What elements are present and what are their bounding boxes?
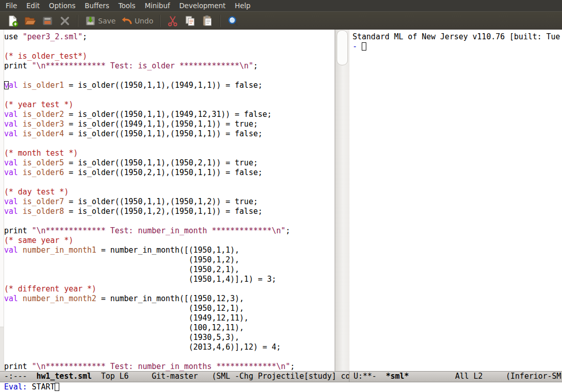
- save-buffer-button[interactable]: [39, 14, 56, 28]
- buffer-name: *sml*: [386, 372, 409, 381]
- code-line: [4, 216, 335, 226]
- code-line: val is_older3 = is_older((1949,1,1),(195…: [4, 119, 335, 129]
- menu-item-edit[interactable]: Edit: [22, 1, 44, 11]
- toolbar-separator: [77, 15, 78, 27]
- code-line: val is_older5 = is_older((1950,1,1),(195…: [4, 158, 335, 168]
- cut-icon: [167, 15, 179, 27]
- editor-scrollbar-thumb[interactable]: [337, 30, 348, 65]
- minibuffer-cursor: [55, 382, 59, 391]
- code-line: val is_older2 = is_older((1950,1,1),(194…: [4, 110, 335, 119]
- menu-item-minibuf[interactable]: Minibuf: [140, 1, 175, 11]
- code-line: (* month test *): [4, 149, 335, 158]
- code-line: (1930,5,3),: [4, 333, 335, 342]
- code-line: (* same year *): [4, 236, 335, 246]
- source-editor-pane[interactable]: use "peer3_2.sml";(* is_older_test*)prin…: [4, 30, 335, 371]
- paste-icon: [201, 15, 214, 27]
- close-icon: [59, 15, 71, 27]
- save-as-button[interactable]: Save: [82, 14, 118, 28]
- code-line: (* year test *): [4, 100, 335, 110]
- code-line: -: [353, 42, 562, 52]
- editor-left-scrollbar-thumb[interactable]: [0, 30, 4, 327]
- toolbar-separator: [220, 15, 221, 27]
- tool-bar: Save Undo: [0, 11, 562, 30]
- code-line: val is_older1 = is_older((1950,1,1),(194…: [4, 81, 335, 90]
- copy-icon: [184, 15, 196, 27]
- code-line: (* different year *): [4, 284, 335, 294]
- save-as-icon: [84, 15, 97, 27]
- menu-item-tools[interactable]: Tools: [114, 1, 140, 11]
- open-folder-icon: [24, 15, 36, 27]
- code-line: val is_older7 = is_older((1950,1,1),(195…: [4, 197, 335, 207]
- close-buffer-button[interactable]: [56, 14, 74, 28]
- code-line: [4, 90, 335, 100]
- code-line: (1950,1,4)],1) = 3;: [4, 275, 335, 284]
- menu-item-options[interactable]: Options: [44, 1, 80, 11]
- menu-item-development[interactable]: Development: [175, 1, 230, 11]
- code-line: (100,12,11),: [4, 323, 335, 333]
- code-line: Standard ML of New Jersey v110.76 [built…: [353, 32, 562, 42]
- repl-window: Standard ML of New Jersey v110.76 [built…: [349, 30, 562, 382]
- cut-button[interactable]: [164, 14, 181, 28]
- code-line: (* day test *): [4, 187, 335, 197]
- new-file-button[interactable]: [4, 14, 21, 28]
- code-line: print "\n************* Test: number_in_m…: [4, 362, 335, 371]
- code-line: print "\n************* Test: number_in_m…: [4, 226, 335, 236]
- search-button[interactable]: [224, 14, 242, 28]
- editor-window: use "peer3_2.sml";(* is_older_test*)prin…: [0, 30, 349, 382]
- minibuffer-input: START: [32, 382, 55, 391]
- code-line: use "peer3_2.sml";: [4, 32, 335, 42]
- menu-item-file[interactable]: File: [1, 1, 22, 11]
- code-line: print "\n************* Test: is_older **…: [4, 61, 335, 71]
- editor-left-scrollbar[interactable]: [0, 30, 4, 371]
- code-line: [4, 139, 335, 149]
- menu-item-help[interactable]: Help: [230, 1, 255, 11]
- code-line: [4, 178, 335, 187]
- open-file-button[interactable]: [21, 14, 39, 28]
- code-line: (* is_older_test*): [4, 52, 335, 61]
- editor-modeline: -:--- hw1_test.sml Top L6 Git-master (SM…: [0, 371, 349, 382]
- toolbar-separator: [159, 15, 160, 27]
- save-file-icon: [41, 15, 54, 27]
- undo-button-label: Undo: [134, 17, 153, 25]
- menu-bar: FileEditOptionsBuffersToolsMinibufDevelo…: [0, 0, 562, 11]
- modeline-flags: -:---: [4, 372, 36, 381]
- search-icon: [227, 15, 239, 27]
- frame-body: use "peer3_2.sml";(* is_older_test*)prin…: [0, 30, 562, 382]
- code-line: val is_older4 = is_older((1950,1,1),(195…: [4, 129, 335, 139]
- code-line: [4, 71, 335, 81]
- repl-pane[interactable]: Standard ML of New Jersey v110.76 [built…: [353, 30, 562, 371]
- code-line: (1950,1,2),: [4, 255, 335, 265]
- code-line: val is_older6 = is_older((1950,2,1),(195…: [4, 168, 335, 178]
- copy-button[interactable]: [181, 14, 199, 28]
- modeline-info: All L2 (Inferior-SML: [409, 372, 562, 381]
- modeline-flags: U:**-: [354, 372, 386, 381]
- code-line: val number_in_month1 = number_in_month([…: [4, 246, 335, 255]
- minibuffer-prompt: Eval:: [4, 382, 32, 391]
- save-button-label: Save: [98, 17, 115, 25]
- undo-button[interactable]: Undo: [118, 14, 156, 28]
- modeline-info: Top L6 Git-master (SML -Chg Projectile[s…: [92, 372, 349, 381]
- code-line: (1950,12,1),: [4, 304, 335, 313]
- minibuffer[interactable]: Eval: START: [0, 382, 562, 392]
- buffer-name: hw1_test.sml: [36, 372, 91, 381]
- code-line: val number_in_month2 = number_in_month([…: [4, 294, 335, 304]
- undo-icon: [121, 15, 133, 27]
- code-line: [4, 352, 335, 362]
- code-line: val is_older8 = is_older((1950,1,2),(195…: [4, 207, 335, 216]
- paste-button[interactable]: [199, 14, 216, 28]
- new-file-icon: [7, 15, 19, 27]
- code-line: [4, 42, 335, 52]
- repl-modeline: U:**- *sml* All L2 (Inferior-SML: [349, 371, 562, 382]
- code-line: (1950,2,1),: [4, 265, 335, 275]
- menu-item-buffers[interactable]: Buffers: [80, 1, 114, 11]
- code-line: (1949,12,11),: [4, 313, 335, 323]
- code-line: (2013,4,6)],12) = 4;: [4, 342, 335, 352]
- editor-scrollbar[interactable]: [335, 30, 349, 371]
